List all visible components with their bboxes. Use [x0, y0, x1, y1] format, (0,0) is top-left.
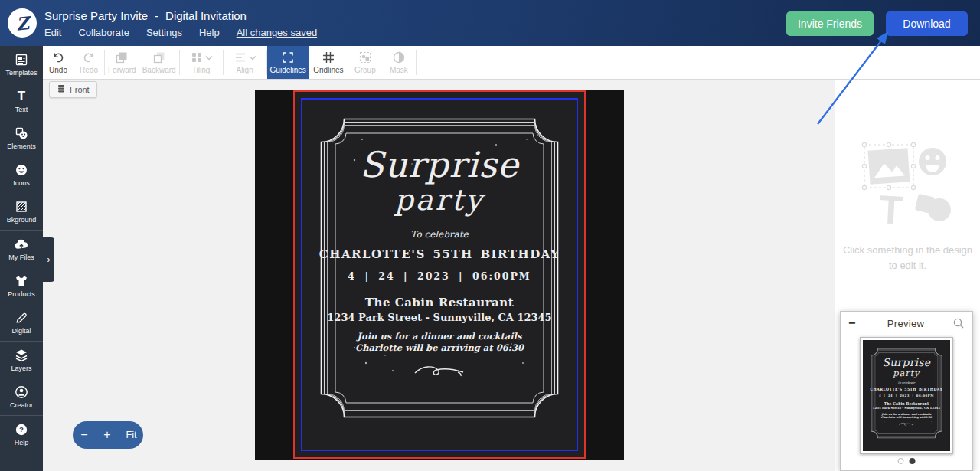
sidebar-label: Layers — [11, 365, 31, 372]
gridlines-button[interactable]: Gridlines — [309, 46, 348, 79]
zoom-fit-button[interactable]: Fit — [119, 421, 143, 449]
invitation-note-line2[interactable]: Charlotte will be arriving at 06:30 — [355, 342, 524, 353]
sidebar-item-elements[interactable]: Elements — [0, 119, 43, 156]
sidebar-item-layers[interactable]: Layers — [0, 342, 43, 378]
design-artboard[interactable]: Surprise party To celebrate CHARLOTTE'S … — [255, 90, 624, 460]
document-title[interactable]: Surprise Party Invite — [44, 9, 148, 22]
app-logo[interactable]: Z — [8, 8, 37, 38]
magnifier-icon[interactable] — [952, 317, 965, 329]
zoom-in-button[interactable]: + — [96, 421, 119, 449]
sidebar-item-creator[interactable]: Creator — [0, 378, 43, 415]
shapes-placeholder-icon — [914, 194, 950, 221]
hint-line2: to edit it. — [843, 258, 972, 273]
invitation-title-line2[interactable]: party — [395, 183, 485, 217]
preview-panel: − Preview — [840, 311, 973, 471]
redo-icon — [82, 51, 96, 64]
undo-button[interactable]: Undo — [43, 46, 74, 79]
image-placeholder-icon — [862, 142, 915, 189]
invitation-honoree[interactable]: CHARLOTTE'S 55TH BIRTHDAY — [319, 247, 560, 261]
layers-icon — [15, 348, 28, 362]
sidebar-label: Templates — [5, 69, 37, 77]
tool-label: Forward — [108, 66, 136, 74]
send-backward-icon — [152, 51, 166, 64]
invitation-note-line2[interactable]: Charlotte will be arriving at 06:30 — [881, 416, 932, 419]
invitation-address[interactable]: 1234 Park Street - Sunnyville, CA 12345 — [327, 312, 551, 323]
background-icon — [15, 200, 28, 214]
sidebar-item-help[interactable]: ? Help — [0, 416, 43, 453]
menu-edit[interactable]: Edit — [44, 27, 61, 38]
preview-page-dot-1[interactable] — [898, 458, 904, 464]
tiling-button: Tiling — [180, 46, 223, 79]
design-canvas[interactable]: Front S — [43, 80, 835, 471]
redo-button: Redo — [74, 46, 104, 79]
zoom-out-button[interactable]: − — [73, 421, 96, 449]
sidebar-label: Icons — [13, 179, 30, 187]
tool-label: Gridlines — [313, 66, 343, 74]
sidebar-item-text[interactable]: T Text — [0, 83, 43, 119]
elements-icon — [15, 126, 28, 140]
menu-help[interactable]: Help — [199, 27, 220, 38]
align-button: Align — [224, 46, 266, 79]
download-button[interactable]: Download — [886, 11, 968, 36]
invitation-date[interactable]: 4 | 24 | 2023 | 06:00PM — [348, 270, 531, 282]
invitation-title-line2[interactable]: party — [893, 368, 920, 378]
collapse-preview-button[interactable]: − — [848, 316, 859, 330]
invitation-text-block: Surprise party To celebrate CHARLOTTE'S … — [295, 91, 584, 459]
align-icon — [234, 51, 247, 64]
sidebar-item-templates[interactable]: Templates — [0, 46, 43, 83]
sidebar-expand-tab[interactable]: › — [43, 237, 54, 282]
guidelines-button[interactable]: Guidelines — [267, 46, 309, 79]
zazzle-logo-letter: Z — [15, 12, 30, 34]
group-button: Group — [348, 46, 382, 79]
sidebar-item-digital[interactable]: Digital — [0, 304, 43, 341]
invitation-intro[interactable]: To celebrate — [898, 381, 916, 384]
tool-label: Redo — [80, 66, 98, 74]
undo-icon — [51, 51, 65, 64]
hint-line1: Click something in the design — [843, 243, 972, 258]
all-changes-saved-link[interactable]: All changes saved — [237, 27, 318, 38]
templates-icon — [15, 53, 28, 67]
document-subtitle: Digital Invitation — [165, 9, 247, 22]
invitation-intro[interactable]: To celebrate — [410, 229, 468, 240]
invitation-honoree[interactable]: CHARLOTTE'S 55TH BIRTHDAY — [871, 387, 943, 391]
left-sidebar: Templates T Text Elements Icons Bkground — [0, 46, 43, 471]
menu-settings[interactable]: Settings — [146, 27, 182, 38]
sidebar-label: My Files — [8, 253, 34, 261]
invitation-note-line1[interactable]: Join us for a dinner and cocktails — [358, 331, 522, 342]
sidebar-item-background[interactable]: Bkground — [0, 193, 43, 230]
smiley-icon — [15, 163, 28, 177]
tool-label: Backward — [142, 66, 176, 74]
top-bar: Z Surprise Party Invite - Digital Invita… — [0, 0, 980, 46]
empty-selection-illustration: T — [858, 137, 958, 227]
preview-card-slot: Surprise party To celebrate CHARLOTTE'S … — [863, 340, 950, 451]
preview-header: − Preview — [841, 312, 972, 335]
tool-label: Undo — [49, 66, 67, 74]
invitation-address[interactable]: 1234 Park Street - Sunnyville, CA 12345 — [873, 407, 940, 410]
invitation-title-line1[interactable]: Surprise — [883, 357, 931, 368]
invitation-venue[interactable]: The Cabin Restaurant — [365, 296, 514, 309]
invitation-card[interactable]: Surprise party To celebrate CHARLOTTE'S … — [295, 91, 584, 459]
sidebar-item-icons[interactable]: Icons — [0, 156, 43, 193]
invitation-date[interactable]: 4 | 24 | 2023 | 06:00PM — [879, 394, 934, 398]
tool-label: Tiling — [192, 66, 211, 74]
invite-friends-button[interactable]: Invite Friends — [786, 11, 874, 36]
invitation-venue[interactable]: The Cabin Restaurant — [884, 401, 929, 405]
text-placeholder-icon: T — [877, 187, 904, 227]
flourish-ornament-icon — [412, 362, 467, 382]
invitation-title-line1[interactable]: Surprise — [360, 146, 519, 183]
invitation-card[interactable]: Surprise party To celebrate CHARLOTTE'S … — [863, 340, 950, 450]
editor-toolbar: Undo Redo Forward Backward — [43, 46, 980, 80]
preview-page-dot-2[interactable] — [910, 458, 916, 464]
front-side-toggle[interactable]: Front — [49, 81, 97, 98]
sidebar-label: Creator — [10, 401, 33, 409]
menu-collaborate[interactable]: Collaborate — [78, 27, 129, 38]
cloud-upload-icon — [14, 237, 29, 251]
group-icon — [358, 51, 372, 64]
bring-forward-button: Forward — [105, 46, 139, 79]
sidebar-item-my-files[interactable]: My Files — [0, 231, 43, 267]
tool-label: Align — [236, 66, 253, 74]
sidebar-item-products[interactable]: Products — [0, 267, 43, 304]
mask-icon — [392, 51, 406, 64]
zoom-controls: − + Fit — [73, 421, 143, 449]
sidebar-label: Help — [15, 439, 29, 446]
